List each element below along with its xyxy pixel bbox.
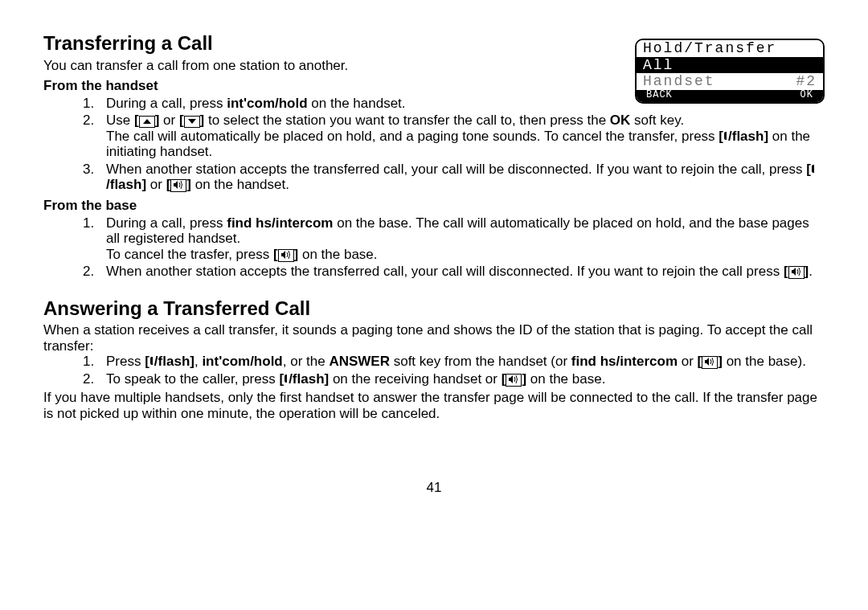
bs-step-1: During a call, press find hs/intercom on… — [98, 215, 825, 263]
up-arrow-icon — [139, 116, 155, 128]
hs-step-2: Use [] or [] to select the station you w… — [98, 113, 825, 160]
down-arrow-icon — [184, 116, 200, 128]
heading-answering: Answering a Transferred Call — [43, 297, 825, 320]
talk-icon — [811, 164, 816, 174]
softkey-back: BACK — [646, 90, 673, 101]
bs-step-2: When another station accepts the transfe… — [98, 264, 825, 280]
speaker-icon — [702, 356, 718, 369]
intro-answering: When a station receives a call transfer,… — [43, 322, 825, 354]
lcd-dim-right: #2 — [796, 73, 817, 90]
speaker-icon — [170, 179, 186, 192]
lcd-screen: Hold/Transfer All Handset #2 BACK OK — [635, 39, 825, 104]
hs-step-3: When another station accepts the transfe… — [98, 162, 825, 193]
speaker-icon — [788, 266, 805, 279]
softkey-ok: OK — [800, 90, 813, 101]
outro-paragraph: If you have multiple handsets, only the … — [43, 390, 825, 421]
speaker-icon — [278, 249, 294, 262]
lcd-dim-row: Handset #2 — [637, 73, 823, 90]
an-step-1: Press [/flash], int'com/hold, or the ANS… — [98, 354, 825, 370]
lcd-selected-row: All — [637, 57, 823, 74]
list-base: During a call, press find hs/intercom on… — [43, 215, 825, 280]
subhead-base: From the base — [43, 198, 825, 214]
speaker-icon — [506, 374, 522, 387]
list-answering: Press [/flash], int'com/hold, or the ANS… — [43, 354, 825, 387]
page-number: 41 — [43, 480, 825, 496]
an-step-2: To speak to the caller, press [/flash] o… — [98, 371, 825, 387]
lcd-softkeys: BACK OK — [637, 90, 823, 102]
list-handset: During a call, press int'com/hold on the… — [43, 96, 825, 193]
lcd-title: Hold/Transfer — [637, 40, 823, 57]
lcd-dim-left: Handset — [643, 73, 715, 90]
